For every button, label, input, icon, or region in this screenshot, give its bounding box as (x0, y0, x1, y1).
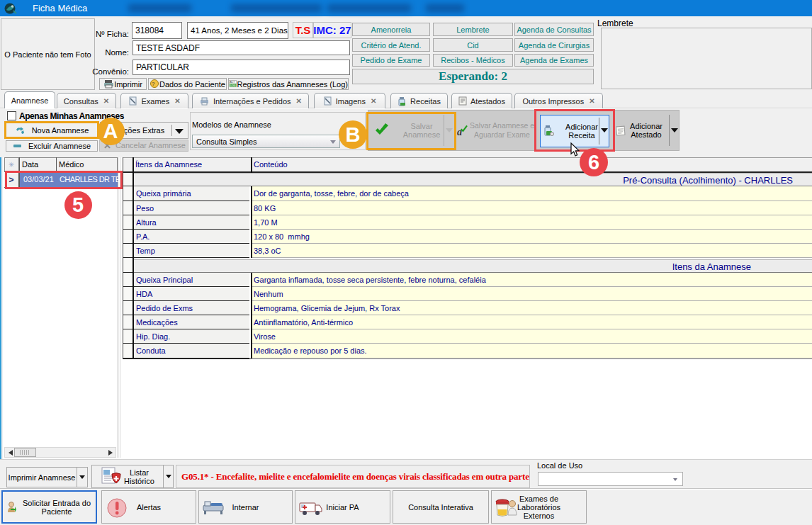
svg-text:LOG: LOG (230, 84, 236, 87)
svg-text:ACT: ACT (230, 81, 236, 84)
svg-text:a: a (457, 126, 462, 137)
svg-text:?: ? (152, 81, 155, 87)
